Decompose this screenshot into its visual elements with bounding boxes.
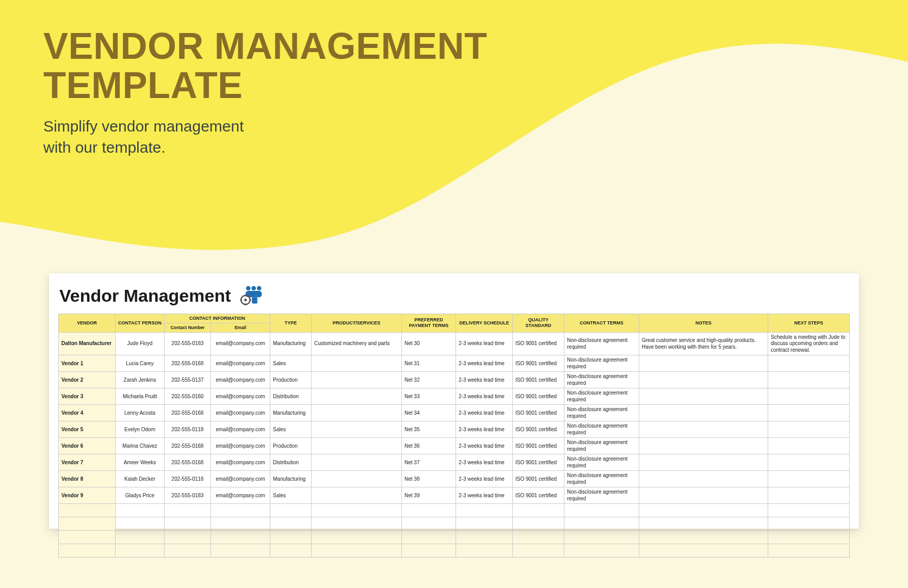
cell-quality: ISO 9001 certified xyxy=(513,372,564,388)
cell-empty xyxy=(639,517,768,531)
page-title-line1: VENDOR MANAGEMENT xyxy=(43,25,488,67)
cell-empty xyxy=(165,531,211,544)
cell-quality: ISO 9001 certified xyxy=(513,487,564,504)
table-row: Dalton ManufacturerJude Floyd202-555-018… xyxy=(59,332,850,355)
cell-empty xyxy=(211,517,270,531)
cell-delivery: 2-3 weeks lead time xyxy=(456,487,513,504)
col-contract-terms: CONTRACT TERMS xyxy=(564,314,639,333)
cell-notes xyxy=(639,388,768,405)
col-contact-number: Contact Number xyxy=(165,323,211,333)
cell-empty xyxy=(456,531,513,544)
cell-email: email@company.com xyxy=(211,405,270,421)
table-header: VENDOR CONTACT PERSON CONTACT INFORMATIO… xyxy=(59,314,850,333)
cell-email: email@company.com xyxy=(211,355,270,372)
cell-type: Sales xyxy=(270,487,312,504)
cell-empty xyxy=(456,544,513,558)
cell-person: Ameer Weeks xyxy=(116,454,165,471)
cell-product xyxy=(312,421,402,438)
table-row: Vendor 6Marina Chavez202-555-0168email@c… xyxy=(59,438,850,454)
cell-delivery: 2-3 weeks lead time xyxy=(456,454,513,471)
cell-phone: 202-555-0183 xyxy=(165,487,211,504)
cell-delivery: 2-3 weeks lead time xyxy=(456,355,513,372)
cell-contract: Non-disclosure agreement required xyxy=(564,388,639,405)
cell-email: email@company.com xyxy=(211,372,270,388)
sheet-title: Vendor Management xyxy=(59,286,231,306)
cell-empty xyxy=(402,544,456,558)
svg-point-1 xyxy=(251,286,256,290)
cell-vendor: Vendor 2 xyxy=(59,372,116,388)
table-row: Vendor 4Lenny Acosta202-555-0168email@co… xyxy=(59,405,850,421)
cell-phone: 202-555-0137 xyxy=(165,372,211,388)
cell-empty xyxy=(116,531,165,544)
cell-payment: Net 31 xyxy=(402,355,456,372)
table-row-empty xyxy=(59,544,850,558)
cell-payment: Net 37 xyxy=(402,454,456,471)
col-type: TYPE xyxy=(270,314,312,333)
cell-type: Manufacturing xyxy=(270,471,312,487)
cell-quality: ISO 9001 certified xyxy=(513,454,564,471)
cell-empty xyxy=(768,531,850,544)
page-subtitle: Simplify vendor management with our temp… xyxy=(43,116,488,158)
cell-vendor: Vendor 6 xyxy=(59,438,116,454)
col-contact-person: CONTACT PERSON xyxy=(116,314,165,333)
cell-next xyxy=(768,372,850,388)
cell-empty xyxy=(165,544,211,558)
cell-empty xyxy=(59,544,116,558)
cell-type: Sales xyxy=(270,421,312,438)
cell-empty xyxy=(639,504,768,517)
cell-empty xyxy=(402,531,456,544)
cell-empty xyxy=(402,517,456,531)
cell-quality: ISO 9001 certified xyxy=(513,332,564,355)
cell-person: Jude Floyd xyxy=(116,332,165,355)
col-contact-info: CONTACT INFORMATION xyxy=(165,314,270,323)
cell-delivery: 2-3 weeks lead time xyxy=(456,372,513,388)
cell-empty xyxy=(270,531,312,544)
cell-vendor: Vendor 4 xyxy=(59,405,116,421)
cell-payment: Net 30 xyxy=(402,332,456,355)
cell-empty xyxy=(59,517,116,531)
cell-contract: Non-disclosure agreement required xyxy=(564,438,639,454)
cell-empty xyxy=(513,517,564,531)
table-row-empty xyxy=(59,531,850,544)
cell-quality: ISO 9001 certified xyxy=(513,471,564,487)
cell-notes xyxy=(639,405,768,421)
col-notes: NOTES xyxy=(639,314,768,333)
page-title: VENDOR MANAGEMENT TEMPLATE xyxy=(43,27,488,105)
cell-empty xyxy=(768,517,850,531)
cell-delivery: 2-3 weeks lead time xyxy=(456,332,513,355)
cell-next xyxy=(768,388,850,405)
cell-notes xyxy=(639,372,768,388)
cell-empty xyxy=(270,504,312,517)
table-row-empty xyxy=(59,504,850,517)
vendor-table: VENDOR CONTACT PERSON CONTACT INFORMATIO… xyxy=(58,314,850,558)
cell-next: Schedule a meeting with Jude to discuss … xyxy=(768,332,850,355)
cell-notes xyxy=(639,355,768,372)
cell-notes: Great customer service and high-quality … xyxy=(639,332,768,355)
hero-block: VENDOR MANAGEMENT TEMPLATE Simplify vend… xyxy=(43,27,488,158)
cell-payment: Net 33 xyxy=(402,388,456,405)
cell-next xyxy=(768,454,850,471)
cell-notes xyxy=(639,471,768,487)
cell-product xyxy=(312,405,402,421)
svg-point-2 xyxy=(256,286,261,290)
cell-person: Gladys Price xyxy=(116,487,165,504)
cell-phone: 202-555-0168 xyxy=(165,405,211,421)
cell-empty xyxy=(116,544,165,558)
cell-product xyxy=(312,487,402,504)
page-title-line2: TEMPLATE xyxy=(43,64,243,106)
cell-next xyxy=(768,438,850,454)
cell-empty xyxy=(456,517,513,531)
svg-point-0 xyxy=(246,286,250,290)
cell-product xyxy=(312,438,402,454)
cell-contract: Non-disclosure agreement required xyxy=(564,487,639,504)
cell-empty xyxy=(312,504,402,517)
cell-email: email@company.com xyxy=(211,421,270,438)
cell-vendor: Vendor 9 xyxy=(59,487,116,504)
table-row-empty xyxy=(59,517,850,531)
cell-person: Zarah Jenkins xyxy=(116,372,165,388)
cell-person: Evelyn Odom xyxy=(116,421,165,438)
cell-person: Lucia Carey xyxy=(116,355,165,372)
cell-next xyxy=(768,471,850,487)
cell-empty xyxy=(211,544,270,558)
cell-type: Manufacturing xyxy=(270,405,312,421)
